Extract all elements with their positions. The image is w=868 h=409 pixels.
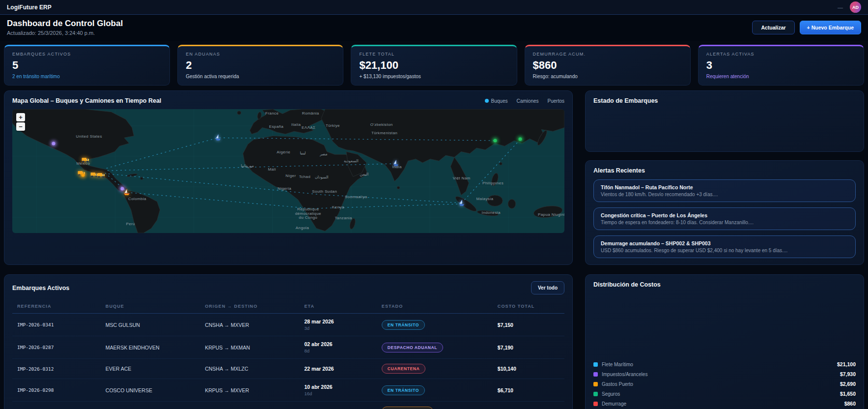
origin-destination: CNSHA → MXVER xyxy=(200,314,299,336)
map-country-label: السودان xyxy=(315,175,329,179)
map-country-label: Tanzania xyxy=(335,215,352,220)
truck-icon[interactable] xyxy=(97,172,105,178)
status-badge: EN TRÁNSITO xyxy=(382,385,425,395)
kpi-card-1: EMBARQUES ACTIVOS52 en tránsito marítimo xyxy=(4,45,170,86)
view-all-button[interactable]: Ver todo xyxy=(531,281,564,294)
port-dot[interactable] xyxy=(493,139,497,142)
map-card: Mapa Global – Buques y Camiones en Tiemp… xyxy=(4,90,573,265)
cost-value: $860 xyxy=(844,401,856,407)
app-brand: LogiFuture ERP xyxy=(7,4,52,11)
shipment-row[interactable]: IMP-2026-0341MSC GULSUNCNSHA → MXVER28 m… xyxy=(12,314,564,336)
shipment-reference: IMP-2026-0287 xyxy=(12,336,101,359)
ship-icon[interactable] xyxy=(459,200,465,206)
origin-destination: CNSHA → MXLZC xyxy=(200,402,299,409)
alerts-title: Alertas Recientes xyxy=(593,167,856,174)
map-country-label: du Congo xyxy=(299,215,317,220)
alert-item[interactable]: Tifón Nanmadol – Ruta Pacífico NorteVien… xyxy=(593,179,856,202)
map-legend-item-buques[interactable]: Buques xyxy=(485,98,508,104)
ship-icon[interactable] xyxy=(123,189,130,196)
shipment-reference: IMP-2026-0312 xyxy=(12,359,101,379)
map-title: Mapa Global – Buques y Camiones en Tiemp… xyxy=(12,97,161,104)
map-country-label: România xyxy=(302,111,319,115)
ship-icon[interactable] xyxy=(393,160,399,167)
kpi-card-4: DEMURRAGE ACUM.$860Riesgo: acumulando xyxy=(525,45,691,86)
column-header: ETA xyxy=(299,299,376,314)
vessel-name: COSCO UNIVERSE xyxy=(101,379,200,402)
status-cell: CROSS-DOCKING xyxy=(377,402,493,409)
shipments-title: Embarques Activos xyxy=(12,285,69,292)
vessel-name: EVER ACE xyxy=(101,359,200,379)
kpi-value: 3 xyxy=(706,59,856,72)
map-country-label: Nigeria xyxy=(278,186,291,190)
port-dot[interactable] xyxy=(52,142,55,145)
kpi-subtext: Gestión activa requerida xyxy=(186,74,335,79)
map-legend-item-camiones[interactable]: Camiones xyxy=(517,98,539,104)
cost-value: $1,650 xyxy=(840,391,856,397)
cost-label: Gastos Puerto xyxy=(602,381,633,387)
map-country-label: Algérie xyxy=(277,149,290,154)
vessel-name: MAERSK EINDHOVEN xyxy=(101,336,200,359)
status-cell: EN TRÁNSITO xyxy=(377,379,493,402)
status-cell: CUARENTENA xyxy=(377,359,493,379)
cost-value: $7,930 xyxy=(840,371,856,377)
kpi-subtext: 2 en tránsito marítimo xyxy=(12,74,162,79)
map-country-label: مصر xyxy=(320,152,328,156)
map-country-label: Tchad xyxy=(299,175,310,179)
map-country-label: ΕΛΛΑΣ xyxy=(302,125,315,129)
cost-legend-row: Demurrage$860 xyxy=(593,401,856,407)
ship-icon[interactable] xyxy=(215,135,221,141)
alert-item[interactable]: Congestión crítica – Puerto de Los Ángel… xyxy=(593,207,856,230)
kpi-subtext: + $13,130 impuestos/gastos xyxy=(359,74,508,79)
alert-item[interactable]: Demurrage acumulando – SHP002 & SHP003US… xyxy=(593,235,856,258)
eta-cell: 22 mar 2026 xyxy=(299,359,376,379)
port-dot[interactable] xyxy=(518,138,522,141)
kpi-value: 5 xyxy=(12,59,162,72)
shipments-card: Embarques Activos Ver todo REFERENCIABUQ… xyxy=(4,274,573,409)
port-dot[interactable] xyxy=(82,174,85,177)
kpi-card-2: EN ADUANAS2Gestión activa requerida xyxy=(177,45,343,86)
origin-destination: KRPUS → MXVER xyxy=(200,379,299,402)
refresh-button[interactable]: Actualizar xyxy=(752,21,794,34)
column-header: ORIGEN → DESTINO xyxy=(200,299,299,314)
shipment-status-card: Estado de Embarques xyxy=(585,90,864,152)
map-country-label: Philippines xyxy=(482,181,504,185)
status-badge: EN TRÁNSITO xyxy=(382,320,425,330)
map-country-label: Niger xyxy=(285,174,296,178)
cost-label: Flete Marítimo xyxy=(602,362,633,367)
eta-date: 22 mar 2026 xyxy=(304,366,371,372)
legend-label: Puertos xyxy=(548,98,564,104)
kpi-subtext: Riesgo: acumulando xyxy=(533,74,682,79)
truck-icon[interactable] xyxy=(82,157,89,163)
map-country-label: Türkmenistan xyxy=(371,130,397,135)
origin-destination: CNSHA → MXLZC xyxy=(200,359,299,379)
cost-value: $21,100 xyxy=(837,361,856,367)
map-country-label: Italia xyxy=(291,122,301,127)
map-zoom-in-button[interactable]: + xyxy=(16,113,25,121)
map-country-label: ليبيا xyxy=(300,151,306,155)
kpi-card-5: ALERTAS ACTIVAS3Requieren atención xyxy=(698,45,864,86)
total-cost: $7,150 xyxy=(493,314,564,336)
eta-cell: 22 mar 2026 xyxy=(299,402,376,409)
page-header: Dashboard de Control Global Actualizado:… xyxy=(0,15,868,41)
map-country-label: United States xyxy=(76,134,102,139)
shipment-reference: IMP-2026-0341 xyxy=(12,314,101,336)
world-map[interactable]: + − United StatesMéxicoColombiaPerúFranc… xyxy=(12,109,564,233)
shipment-row[interactable]: IMP-2026-0298COSCO UNIVERSEKRPUS → MXVER… xyxy=(12,379,564,402)
user-avatar[interactable]: AD xyxy=(850,1,861,13)
total-cost: $6,710 xyxy=(493,379,564,402)
vessel-name: EVER ACE xyxy=(101,402,200,409)
map-legend-item-puertos[interactable]: Puertos xyxy=(548,98,564,104)
shipment-row[interactable]: IMP-2026-0312EVER ACECNSHA → MXLZC22 mar… xyxy=(12,359,564,379)
map-zoom-out-button[interactable]: − xyxy=(16,122,25,131)
cost-label: Demurrage xyxy=(602,401,626,407)
shipment-row[interactable]: IMP-2026-0355EVER ACECNSHA → MXLZC22 mar… xyxy=(12,402,564,409)
legend-dot xyxy=(485,99,489,103)
costs-chart-area xyxy=(593,288,856,357)
shipment-row[interactable]: IMP-2026-0287MAERSK EINDHOVENKRPUS → MXM… xyxy=(12,336,564,359)
map-country-label: Angola xyxy=(296,225,309,230)
cost-label: Seguros xyxy=(602,391,620,397)
status-badge: DESPACHO ADUANAL xyxy=(382,343,443,352)
kpi-subtext: Requieren atención xyxy=(706,74,856,79)
cost-color-swatch xyxy=(593,362,598,367)
new-shipment-button[interactable]: + Nuevo Embarque xyxy=(800,21,861,34)
